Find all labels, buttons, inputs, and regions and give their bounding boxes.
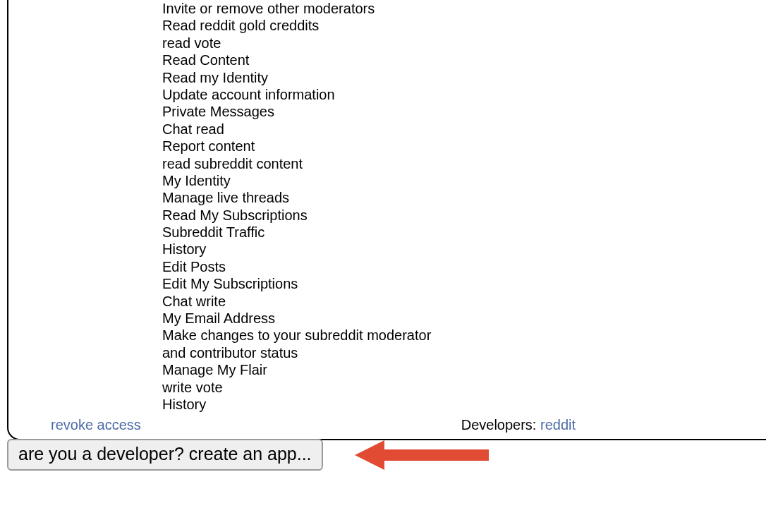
developers-label-text: Developers: xyxy=(461,417,540,433)
permission-item: Edit Posts xyxy=(162,258,458,275)
permission-item: write vote xyxy=(162,379,458,396)
app-box-footer: revoke access Developers: reddit xyxy=(8,416,766,433)
developer-link[interactable]: reddit xyxy=(540,417,576,433)
permission-item: Subreddit Traffic xyxy=(162,224,458,241)
permission-item: Make changes to your subreddit moderator… xyxy=(162,327,458,361)
authorized-app-box: Invite or remove other moderators Read r… xyxy=(7,0,766,440)
permission-item: read subreddit content xyxy=(162,155,458,172)
permission-item: Manage live threads xyxy=(162,189,458,206)
create-app-button[interactable]: are you a developer? create an app... xyxy=(7,439,323,471)
permission-item: read vote xyxy=(162,35,458,52)
permission-item: History xyxy=(162,241,458,258)
permission-item: My Email Address xyxy=(162,310,458,327)
permission-item: Read Content xyxy=(162,52,458,68)
permission-item: Edit My Subscriptions xyxy=(162,275,458,292)
permission-item: Report content xyxy=(162,138,458,155)
permission-item: My Identity xyxy=(162,172,458,189)
svg-marker-0 xyxy=(355,440,489,470)
pointer-arrow-icon xyxy=(355,437,496,473)
permission-item: Chat write xyxy=(162,293,458,310)
permission-item: Read reddit gold creddits xyxy=(162,17,458,34)
permission-item: History xyxy=(162,396,458,413)
revoke-access-link[interactable]: revoke access xyxy=(51,417,141,433)
developers-label: Developers: reddit xyxy=(461,417,576,433)
permission-item: Invite or remove other moderators xyxy=(162,0,458,17)
permission-item: Read my Identity xyxy=(162,69,458,86)
permission-item: Manage My Flair xyxy=(162,361,458,378)
permission-item: Chat read xyxy=(162,121,458,138)
permission-item: Private Messages xyxy=(162,103,458,120)
permissions-list: Invite or remove other moderators Read r… xyxy=(162,0,766,413)
permission-item: Read My Subscriptions xyxy=(162,207,458,224)
permission-item: Update account information xyxy=(162,86,458,103)
